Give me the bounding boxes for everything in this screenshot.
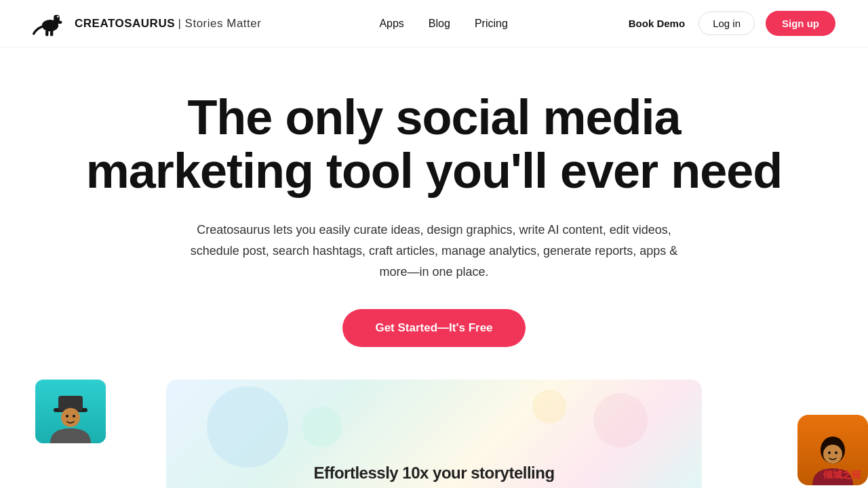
hero-subtitle: Creatosaurus lets you easily curate idea… bbox=[176, 220, 692, 282]
book-demo-button[interactable]: Book Demo bbox=[626, 12, 688, 35]
preview-section: Effortlessly 10x your storytelling bbox=[0, 380, 868, 488]
svg-point-3 bbox=[57, 16, 59, 18]
brand-tagline: Stories Matter bbox=[185, 17, 262, 30]
hero-section: The only social media marketing tool you… bbox=[0, 47, 868, 380]
avatar-left bbox=[35, 380, 106, 443]
login-button[interactable]: Log in bbox=[698, 12, 755, 35]
svg-point-11 bbox=[73, 415, 75, 418]
svg-rect-5 bbox=[45, 30, 48, 36]
cta-button[interactable]: Get Started—It's Free bbox=[342, 309, 525, 347]
nav-link-blog[interactable]: Blog bbox=[429, 18, 450, 30]
svg-point-14 bbox=[828, 451, 831, 454]
nav-link-pricing[interactable]: Pricing bbox=[475, 18, 508, 30]
brand-separator: | bbox=[178, 17, 184, 30]
watermark: 倾城之链 bbox=[823, 469, 861, 481]
dino-icon bbox=[33, 10, 68, 37]
svg-point-10 bbox=[66, 415, 68, 418]
dashboard-preview: Effortlessly 10x your storytelling bbox=[166, 380, 702, 488]
svg-rect-2 bbox=[56, 20, 62, 23]
navbar: CREATOSAURUS | Stories Matter Apps Blog … bbox=[0, 0, 868, 47]
nav-link-apps[interactable]: Apps bbox=[379, 18, 403, 30]
brand-name: CREATOSAURUS bbox=[75, 17, 175, 30]
hero-title: The only social media marketing tool you… bbox=[81, 91, 787, 198]
nav-actions: Book Demo Log in Sign up bbox=[626, 11, 835, 36]
person-left-icon bbox=[43, 389, 98, 443]
signup-button[interactable]: Sign up bbox=[766, 11, 835, 36]
logo[interactable]: CREATOSAURUS | Stories Matter bbox=[33, 10, 261, 37]
dashboard-tagline: Effortlessly 10x your storytelling bbox=[313, 464, 554, 483]
svg-rect-6 bbox=[50, 30, 53, 36]
svg-point-15 bbox=[835, 451, 837, 454]
svg-point-9 bbox=[61, 408, 80, 427]
svg-point-13 bbox=[823, 445, 842, 464]
nav-links: Apps Blog Pricing bbox=[379, 18, 507, 30]
